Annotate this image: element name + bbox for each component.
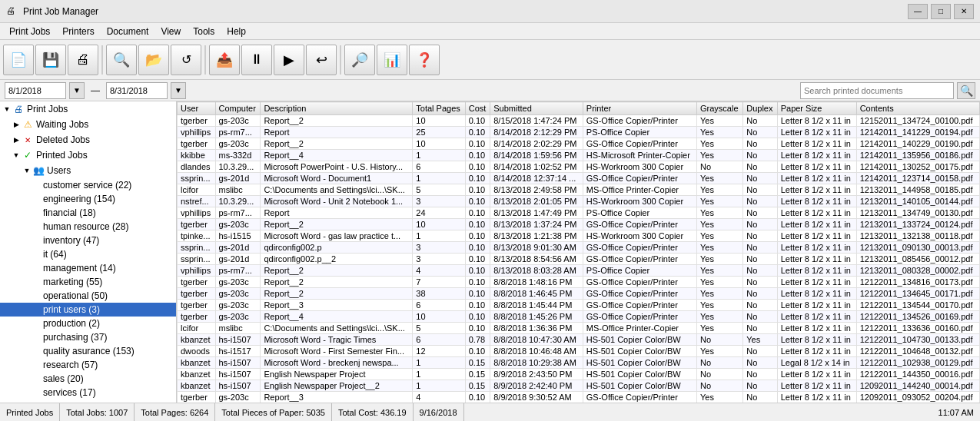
save-button[interactable]: 💾	[35, 45, 66, 75]
table-row[interactable]: tgerbergs-203cReport__2100.108/15/2018 1…	[178, 115, 980, 127]
close-button[interactable]: ✕	[954, 4, 974, 19]
printed-toggle[interactable]: ▼	[11, 150, 22, 161]
table-cell: Yes	[697, 138, 743, 150]
table-row[interactable]: tgerbergs-203cReport__4100.108/8/2018 1:…	[178, 311, 980, 323]
search-button[interactable]: 🔍	[106, 45, 137, 75]
tree-printed-jobs[interactable]: ▼ ✓ Printed Jobs	[0, 148, 176, 163]
pause-button[interactable]: ⏸	[241, 45, 272, 75]
from-date-input[interactable]	[5, 82, 66, 99]
tree-management[interactable]: management (14)	[0, 261, 176, 275]
menu-print-jobs[interactable]: Print Jobs	[3, 25, 56, 38]
tree-engineering[interactable]: engineering (154)	[0, 192, 176, 206]
table-row[interactable]: kbanzeths-i1507English Newspaper Project…	[178, 369, 980, 380]
table-row[interactable]: tgerbergs-203cReport__340.108/9/2018 9:3…	[178, 392, 980, 403]
table-cell: Yes	[697, 173, 743, 184]
tree-waiting-jobs[interactable]: ▶ ⚠ Waiting Jobs	[0, 117, 176, 132]
reprint-button[interactable]: ↩	[306, 45, 337, 75]
table-row[interactable]: tgerbergs-203cReport__2100.108/13/2018 1…	[178, 219, 980, 230]
tree-research[interactable]: research (57)	[0, 358, 176, 372]
table-cell: GS-Office Copier/Printer	[583, 300, 696, 311]
refresh-button[interactable]: ↺	[171, 45, 201, 75]
table-row[interactable]: tgerbergs-203cReport__270.108/8/2018 1:4…	[178, 277, 980, 288]
col-description[interactable]: Description	[261, 102, 413, 115]
col-total-pages[interactable]: Total Pages	[413, 102, 465, 115]
table-container[interactable]: User Computer Description Total Pages Co…	[177, 101, 980, 403]
table-row[interactable]: kbanzeths-i1507English Newspaper Project…	[178, 380, 980, 392]
table-row[interactable]: kbanzeths-i1507Microsoft Word - Tragic T…	[178, 334, 980, 346]
col-contents[interactable]: Contents	[856, 102, 979, 115]
tree-it[interactable]: it (64)	[0, 247, 176, 261]
tree-production[interactable]: production (2)	[0, 317, 176, 330]
table-cell: No	[743, 230, 777, 242]
table-row[interactable]: lciformslibcC:\Documents and Settings\lc…	[178, 184, 980, 196]
resume-button[interactable]: ▶	[274, 45, 304, 75]
maximize-button[interactable]: □	[931, 4, 951, 19]
tree-print-users[interactable]: print users (3)	[0, 303, 176, 317]
tree-marketing[interactable]: marketing (55)	[0, 275, 176, 289]
table-row[interactable]: dlandes10.3.29...Microsoft PowerPoint - …	[178, 161, 980, 173]
col-duplex[interactable]: Duplex	[743, 102, 777, 115]
table-row[interactable]: nstref...10.3.29...Microsoft Word - Unit…	[178, 196, 980, 207]
tree-users[interactable]: ▼ 👥 Users	[0, 163, 176, 178]
table-cell: GS-Office Copier/Printer	[583, 138, 696, 150]
table-row[interactable]: ssprin...gs-201dqdirconfig002.p30.108/13…	[178, 242, 980, 254]
menu-printers[interactable]: Printers	[56, 25, 100, 38]
minimize-button[interactable]: —	[908, 4, 928, 19]
export-button[interactable]: 📊	[377, 45, 407, 75]
col-submitted[interactable]: Submitted	[490, 102, 583, 115]
menu-help[interactable]: Help	[221, 25, 252, 38]
col-grayscale[interactable]: Grayscale	[697, 102, 743, 115]
tree-quality-assurance[interactable]: quality asurance (153)	[0, 344, 176, 358]
table-row[interactable]: ssprin...gs-201dqdirconfig002.p__230.108…	[178, 254, 980, 265]
tree-customer-service[interactable]: customer service (22)	[0, 178, 176, 192]
new-button[interactable]: 📄	[3, 45, 34, 75]
from-date-picker[interactable]: ▼	[69, 82, 85, 99]
menu-view[interactable]: View	[154, 25, 187, 38]
col-computer[interactable]: Computer	[215, 102, 261, 115]
tree-operational[interactable]: operational (50)	[0, 289, 176, 303]
col-printer[interactable]: Printer	[583, 102, 696, 115]
table-row[interactable]: kbanzeths-i1507Microsoft Word - breckenj…	[178, 357, 980, 369]
col-paper-size[interactable]: Paper Size	[777, 102, 856, 115]
table-row[interactable]: vphillipsps-rm7...Report250.108/14/2018 …	[178, 127, 980, 138]
find-button[interactable]: 🔎	[344, 45, 375, 75]
tree-root[interactable]: ▼ 🖨 Print Jobs	[0, 101, 176, 117]
waiting-toggle[interactable]: ▶	[11, 119, 22, 130]
table-row[interactable]: tpinke...hs-i1515Microsoft Word - gas la…	[178, 230, 980, 242]
menu-document[interactable]: Document	[101, 25, 155, 38]
table-row[interactable]: kkibbems-332dReport__410.108/14/2018 1:5…	[178, 150, 980, 161]
table-row[interactable]: vphillipsps-rm7...Report__240.108/13/201…	[178, 265, 980, 277]
table-row[interactable]: dwoodshs-i1517Microsoft Word - First Sem…	[178, 346, 980, 357]
tree-deleted-jobs[interactable]: ▶ ✕ Deleted Jobs	[0, 132, 176, 148]
to-date-picker[interactable]: ▼	[171, 82, 186, 99]
root-toggle[interactable]: ▼	[2, 104, 12, 114]
table-row[interactable]: tgerbergs-203cReport__2100.108/14/2018 2…	[178, 138, 980, 150]
users-toggle[interactable]: ▼	[22, 165, 32, 176]
tree-services[interactable]: services (17)	[0, 386, 176, 399]
table-row[interactable]: tgerbergs-203cReport__2380.108/8/2018 1:…	[178, 288, 980, 300]
deleted-toggle[interactable]: ▶	[11, 134, 22, 145]
search-execute-button[interactable]: 🔍	[957, 82, 975, 99]
table-row[interactable]: tgerbergs-203cReport__360.108/8/2018 1:4…	[178, 300, 980, 311]
tree-staff[interactable]: staff (10)	[0, 399, 176, 403]
table-cell: No	[697, 334, 743, 346]
tree-purchasing[interactable]: purchasing (37)	[0, 330, 176, 344]
search-input[interactable]	[800, 82, 954, 99]
table-cell: ssprin...	[178, 254, 216, 265]
table-row[interactable]: vphillipsps-rm7...Report240.108/13/2018 …	[178, 207, 980, 219]
tree-sales[interactable]: sales (20)	[0, 372, 176, 386]
to-date-input[interactable]	[106, 82, 168, 99]
table-row[interactable]: lciformslibcC:\Documents and Settings\lc…	[178, 323, 980, 334]
open-button[interactable]: 📂	[138, 45, 169, 75]
tree-inventory[interactable]: inventory (47)	[0, 234, 176, 247]
tree-human-resource[interactable]: human resource (28)	[0, 220, 176, 234]
print-button[interactable]: 🖨	[68, 45, 98, 75]
help-button[interactable]: ❓	[409, 45, 440, 75]
tree-financial[interactable]: financial (18)	[0, 206, 176, 220]
col-cost[interactable]: Cost	[465, 102, 490, 115]
table-row[interactable]: ssprin...gs-201dMicrosoft Word - Documen…	[178, 173, 980, 184]
send-button[interactable]: 📤	[209, 45, 240, 75]
delete-icon: ✕	[22, 134, 34, 146]
menu-tools[interactable]: Tools	[187, 25, 221, 38]
col-user[interactable]: User	[178, 102, 216, 115]
